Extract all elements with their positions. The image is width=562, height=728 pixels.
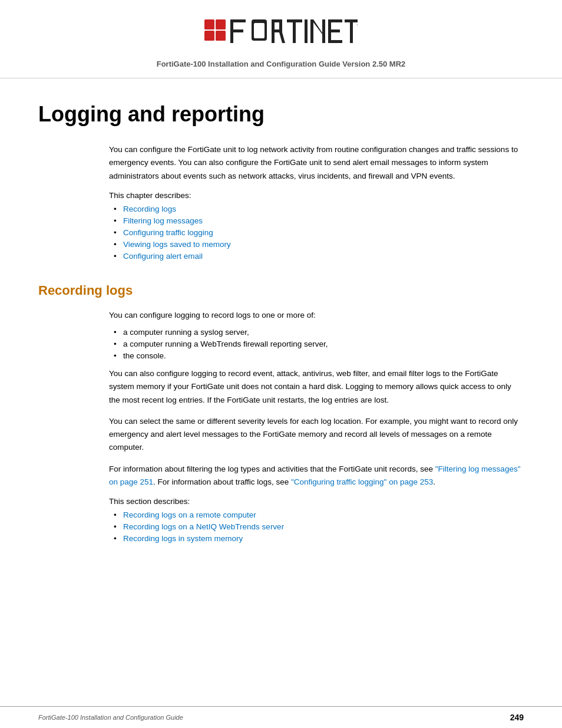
toc-link-traffic[interactable]: Configuring traffic logging [123, 228, 213, 237]
recording-intro-para: You can configure logging to record logs… [109, 309, 524, 322]
svg-rect-33 [328, 29, 340, 32]
svg-marker-24 [279, 32, 285, 43]
toc-item-filtering: • Filtering log messages [114, 216, 524, 225]
section-describes-label: This section describes: [109, 497, 524, 506]
subsection-link-memory[interactable]: Recording logs in system memory [123, 534, 243, 543]
footer-left: FortiGate-100 Installation and Configura… [38, 714, 183, 721]
intro-section: You can configure the FortiGate unit to … [109, 143, 524, 261]
memory-para: You can also configure logging to record… [109, 367, 524, 407]
bullet-console: • the console. [114, 351, 524, 360]
subsection-memory: • Recording logs in system memory [114, 534, 524, 543]
subsection-remote: • Recording logs on a remote computer [114, 510, 524, 519]
svg-text:™: ™ [356, 24, 358, 28]
svg-rect-32 [328, 19, 342, 22]
recording-bullets-intro: • a computer running a syslog server, • … [114, 328, 524, 360]
footer-page-number: 249 [510, 713, 524, 722]
chapter-describes-label: This chapter describes: [109, 191, 524, 200]
svg-rect-15 [216, 31, 226, 41]
svg-rect-17 [230, 19, 246, 22]
svg-rect-36 [350, 19, 353, 43]
toc-item-recording: • Recording logs [114, 205, 524, 213]
subsection-link-netiq[interactable]: Recording logs on a NetIQ WebTrends serv… [123, 522, 284, 531]
logo-area: ™ [0, 17, 562, 55]
header-subtitle: FortiGate-100 Installation and Configura… [0, 60, 562, 68]
recording-logs-content: You can configure logging to record logs… [109, 309, 524, 543]
svg-rect-23 [272, 29, 282, 32]
svg-rect-22 [279, 19, 282, 30]
intro-paragraph1: You can configure the FortiGate unit to … [109, 143, 524, 183]
chapter-toc-list: • Recording logs • Filtering log message… [114, 205, 524, 261]
svg-rect-34 [328, 40, 342, 43]
subsection-link-remote[interactable]: Recording logs on a remote computer [123, 510, 256, 519]
svg-rect-27 [305, 19, 308, 43]
toc-link-viewing[interactable]: Viewing logs saved to memory [123, 240, 231, 249]
traffic-link[interactable]: "Configuring traffic logging" on page 25… [291, 477, 433, 486]
svg-rect-18 [230, 29, 243, 32]
page-footer: FortiGate-100 Installation and Configura… [0, 706, 562, 728]
bullet-webtrends: • a computer running a WebTrends firewal… [114, 340, 524, 348]
svg-rect-26 [293, 19, 296, 43]
page-title: Logging and reporting [38, 102, 524, 127]
recording-logs-heading: Recording logs [38, 283, 524, 298]
toc-item-alert: • Configuring alert email [114, 252, 524, 261]
page-header: ™ FortiGate-100 Installation and Configu… [0, 0, 562, 78]
toc-item-traffic: • Configuring traffic logging [114, 228, 524, 237]
svg-rect-14 [204, 31, 214, 41]
toc-link-recording[interactable]: Recording logs [123, 205, 176, 213]
svg-rect-19 [254, 23, 265, 38]
page-body: Logging and reporting You can configure … [0, 78, 562, 558]
filtering-ref-para: For information about filtering the log … [109, 463, 524, 489]
subsection-list: • Recording logs on a remote computer • … [114, 510, 524, 543]
svg-rect-13 [216, 19, 226, 29]
bullet-syslog: • a computer running a syslog server, [114, 328, 524, 337]
toc-link-alert[interactable]: Configuring alert email [123, 252, 203, 261]
toc-item-viewing: • Viewing logs saved to memory [114, 240, 524, 249]
toc-link-filtering[interactable]: Filtering log messages [123, 216, 203, 225]
subsection-netiq: • Recording logs on a NetIQ WebTrends se… [114, 522, 524, 531]
severity-para: You can select the same or different sev… [109, 415, 524, 454]
recording-logs-section: Recording logs You can configure logging… [38, 283, 524, 543]
svg-rect-28 [310, 19, 313, 43]
fortinet-logo-svg: ™ [204, 17, 358, 55]
svg-marker-30 [313, 19, 325, 37]
svg-rect-12 [204, 19, 214, 29]
